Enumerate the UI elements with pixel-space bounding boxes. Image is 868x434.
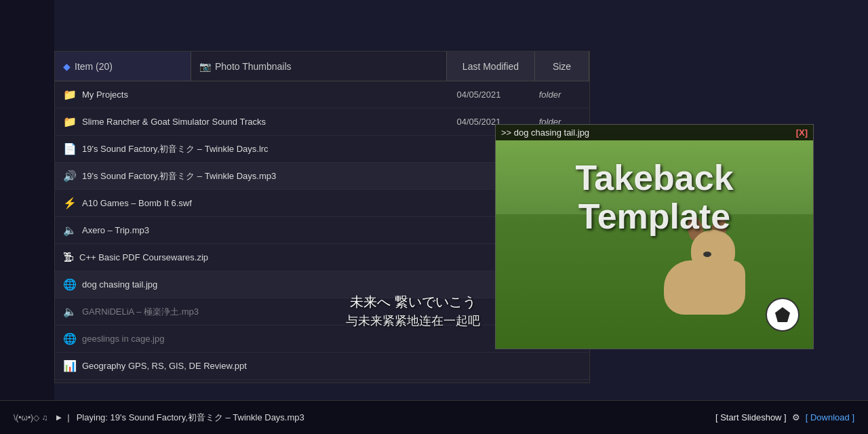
takeback-line1: Takeback <box>496 159 813 197</box>
slideshow-button[interactable]: [ Start Slideshow ] <box>715 412 787 422</box>
file-browser-header: ◆ Item (20) 📷 Photo Thumbnails Last Modi… <box>55 52 589 81</box>
file-name-label: C++ Basic PDF Coursewares.zip <box>79 252 208 262</box>
preview-image-area: Takeback Template <box>496 125 813 349</box>
file-name-label: Axero – Trip.mp3 <box>82 225 149 235</box>
column-header-size[interactable]: Size <box>535 52 589 81</box>
dog-nose <box>703 252 711 257</box>
file-size-cell: folder <box>523 90 577 100</box>
table-row[interactable]: 📊Geography GPS, RS, GIS, DE Review.ppt <box>55 353 589 380</box>
player-controls: ► | <box>54 412 69 422</box>
player-divider: | <box>67 412 69 422</box>
file-name-cell: 📁Slime Rancher & Goat Simulator Sound Tr… <box>55 115 435 128</box>
soccer-ball <box>766 298 800 332</box>
file-type-icon: ⚡ <box>63 197 77 210</box>
file-name-label: dog chasing tail.jpg <box>82 279 157 290</box>
file-name-cell: 🔊19's Sound Factory,初音ミク – Twinkle Days.… <box>55 170 435 182</box>
file-name-label: Slime Rancher & Goat Simulator Sound Tra… <box>82 117 266 127</box>
file-name-cell: 📄19's Sound Factory,初音ミク – Twinkle Days.… <box>55 142 435 155</box>
player-playing-text: Playing: 19's Sound Factory,初音ミク – Twink… <box>77 412 709 424</box>
size-col-label: Size <box>553 61 571 72</box>
play-button[interactable]: ► <box>54 412 63 422</box>
lyrics-overlay: 未来へ 繋いでいこう 与未来紧紧地连在一起吧 <box>346 292 480 330</box>
player-emoticon: \(•ω•)◇ ♫ <box>14 413 47 422</box>
column-header-item[interactable]: ◆ Item (20) <box>55 52 191 81</box>
file-name-label: Geography GPS, RS, GIS, DE Review.ppt <box>82 361 247 371</box>
player-right-controls: [ Start Slideshow ] ⚙ [ Download ] <box>715 412 854 422</box>
file-name-label: A10 Games – Bomb It 6.swf <box>82 198 192 208</box>
download-button[interactable]: [ Download ] <box>806 412 854 422</box>
takeback-line2: Template <box>496 197 813 236</box>
file-name-label: 19's Sound Factory,初音ミク – Twinkle Days.l… <box>82 143 269 155</box>
file-type-icon: 🔈 <box>63 305 77 318</box>
lyrics-line2: 与未来紧紧地连在一起吧 <box>346 312 480 330</box>
file-name-cell: 🗜C++ Basic PDF Coursewares.zip <box>55 252 435 264</box>
takeback-overlay: Takeback Template <box>496 159 813 236</box>
column-header-photo[interactable]: 📷 Photo Thumbnails <box>191 52 447 81</box>
table-row[interactable]: 📁My Projects04/05/2021folder <box>55 81 589 108</box>
file-type-icon: 🔈 <box>63 224 77 237</box>
modified-col-label: Last Modified <box>462 61 519 72</box>
item-col-label: Item (20) <box>75 61 113 72</box>
column-header-modified[interactable]: Last Modified <box>447 52 535 81</box>
preview-overlay: >> dog chasing tail.jpg [X] Takeback Tem… <box>495 124 814 349</box>
photo-col-label: Photo Thumbnails <box>215 61 292 72</box>
file-name-cell: 🌐geeslings in cage.jpg <box>55 332 435 345</box>
file-type-icon: 🗜 <box>63 252 74 264</box>
file-type-icon: 📁 <box>63 115 77 128</box>
file-type-icon: 🔊 <box>63 170 77 182</box>
playing-prefix: Playing: <box>77 412 111 422</box>
file-type-icon: 📄 <box>63 142 77 155</box>
preview-close-button[interactable]: [X] <box>796 127 808 138</box>
file-name-cell: 📁My Projects <box>55 88 435 101</box>
settings-icon[interactable]: ⚙ <box>792 412 800 422</box>
file-name-cell: 🔈Axero – Trip.mp3 <box>55 224 435 237</box>
file-name-label: My Projects <box>82 90 128 100</box>
soccer-patch <box>775 307 790 322</box>
player-bar: \(•ω•)◇ ♫ ► | Playing: 19's Sound Factor… <box>0 400 868 434</box>
preview-filename: >> dog chasing tail.jpg <box>501 127 589 138</box>
camera-icon: 📷 <box>199 61 211 72</box>
file-name-label: geeslings in cage.jpg <box>82 334 164 344</box>
file-name-label: GARNiDELiA – 極楽浄土.mp3 <box>82 306 199 318</box>
file-modified-cell: 04/05/2021 <box>435 90 523 100</box>
file-name-cell: 🌐dog chasing tail.jpg <box>55 278 435 291</box>
file-name-label: 19's Sound Factory,初音ミク – Twinkle Days.m… <box>82 170 276 182</box>
lyrics-line1: 未来へ 繋いでいこう <box>346 292 480 312</box>
file-type-icon: 🌐 <box>63 332 77 345</box>
preview-header: >> dog chasing tail.jpg [X] <box>496 125 813 140</box>
file-name-cell: 📊Geography GPS, RS, GIS, DE Review.ppt <box>55 359 435 372</box>
dog-body <box>664 260 745 315</box>
file-type-icon: 🌐 <box>63 278 77 291</box>
file-name-cell: ⚡A10 Games – Bomb It 6.swf <box>55 197 435 210</box>
playing-filename: 19's Sound Factory,初音ミク – Twinkle Days.m… <box>111 412 304 422</box>
file-type-icon: 📊 <box>63 359 77 372</box>
sidebar-strip <box>0 0 54 434</box>
diamond-icon: ◆ <box>63 61 71 72</box>
file-type-icon: 📁 <box>63 88 77 101</box>
